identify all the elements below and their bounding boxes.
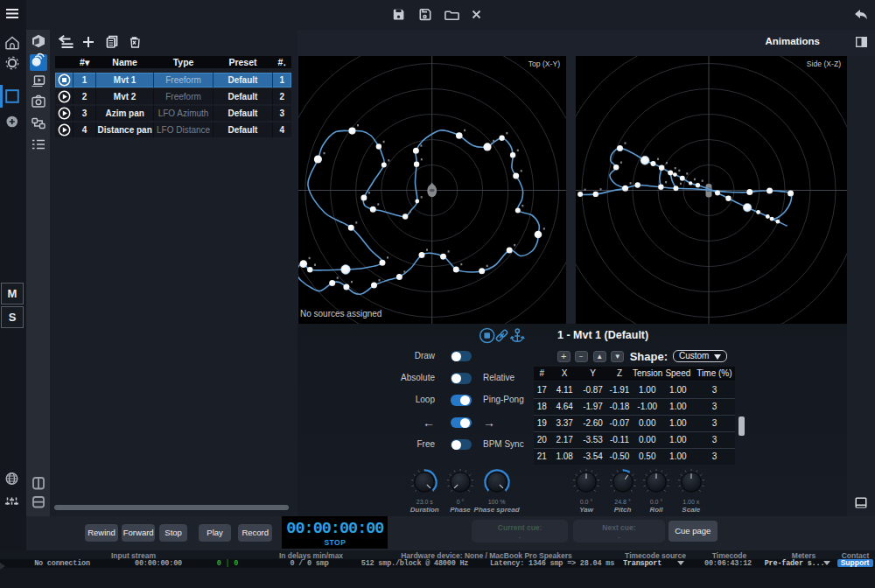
svg-text:Side (X-Z): Side (X-Z) [807,60,841,68]
svg-text:Top (X-Y): Top (X-Y) [528,60,560,68]
